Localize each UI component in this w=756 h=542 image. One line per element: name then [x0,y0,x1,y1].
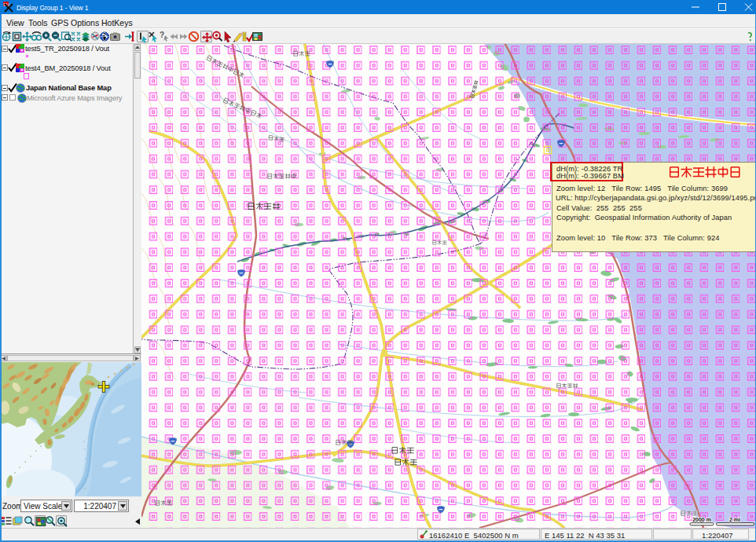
svg-text:2000 m: 2000 m [692,517,711,522]
svg-text:2 mi: 2 mi [729,517,740,522]
svg-text:···: ··· [101,449,108,452]
svg-text:?: ? [160,31,164,39]
svg-text:···: ··· [55,409,63,413]
